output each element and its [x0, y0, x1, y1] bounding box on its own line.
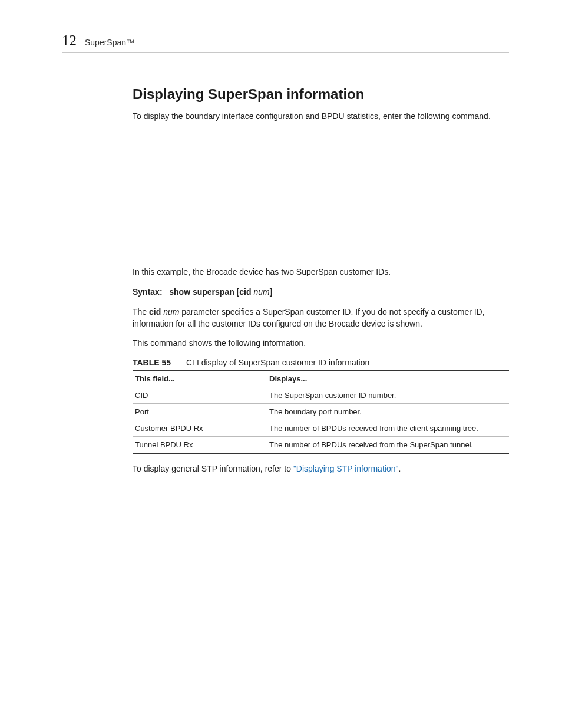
table-row: Port The boundary port number.: [133, 404, 509, 420]
example-note: In this example, the Brocade device has …: [133, 266, 509, 278]
cell-field: Customer BPDU Rx: [133, 420, 267, 437]
col-header-displays: Displays...: [267, 370, 509, 387]
table-row: Tunnel BPDU Rx The number of BPDUs recei…: [133, 437, 509, 454]
param-num: num: [163, 307, 179, 317]
running-header: 12 SuperSpan™: [62, 32, 509, 53]
cell-field: CID: [133, 387, 267, 404]
table-caption-text: CLI display of SuperSpan customer ID inf…: [186, 358, 369, 367]
content-area: Displaying SuperSpan information To disp…: [62, 53, 509, 475]
chapter-title: SuperSpan™: [85, 38, 134, 47]
table-row: Customer BPDU Rx The number of BPDUs rec…: [133, 420, 509, 437]
section-heading: Displaying SuperSpan information: [133, 86, 509, 103]
syntax-command-end: ]: [270, 287, 273, 297]
cell-displays: The number of BPDUs received from the Su…: [267, 437, 509, 454]
col-header-field: This field...: [133, 370, 267, 387]
table-header-row: This field... Displays...: [133, 370, 509, 387]
text: .: [398, 464, 401, 473]
page: 12 SuperSpan™ Displaying SuperSpan infor…: [0, 0, 562, 728]
footer-paragraph: To display general STP information, refe…: [133, 463, 509, 475]
code-output-placeholder: [133, 131, 509, 266]
intro-paragraph: To display the boundary interface config…: [133, 111, 509, 123]
cell-displays: The boundary port number.: [267, 404, 509, 420]
table-caption: TABLE 55 CLI display of SuperSpan custom…: [133, 358, 509, 367]
xref-link[interactable]: "Displaying STP information": [293, 464, 399, 473]
syntax-label: Syntax:: [133, 287, 163, 297]
info-table: This field... Displays... CID The SuperS…: [133, 370, 509, 454]
syntax-command: show superspan [cid: [169, 287, 253, 297]
cell-field: Port: [133, 404, 267, 420]
syntax-line: Syntax: show superspan [cid num]: [133, 286, 509, 298]
chapter-number: 12: [62, 32, 77, 49]
cell-displays: The SuperSpan customer ID number.: [267, 387, 509, 404]
table-label: TABLE 55: [133, 358, 184, 367]
param-cid: cid: [149, 307, 161, 317]
text: parameter specifies a SuperSpan customer…: [133, 307, 485, 328]
text: To display general STP information, refe…: [133, 464, 293, 473]
shows-line: This command shows the following informa…: [133, 338, 509, 350]
cell-field: Tunnel BPDU Rx: [133, 437, 267, 454]
syntax-variable: num: [253, 287, 269, 297]
text: The: [133, 307, 149, 317]
parameter-paragraph: The cid num parameter specifies a SuperS…: [133, 307, 509, 330]
table-row: CID The SuperSpan customer ID number.: [133, 387, 509, 404]
cell-displays: The number of BPDUs received from the cl…: [267, 420, 509, 437]
